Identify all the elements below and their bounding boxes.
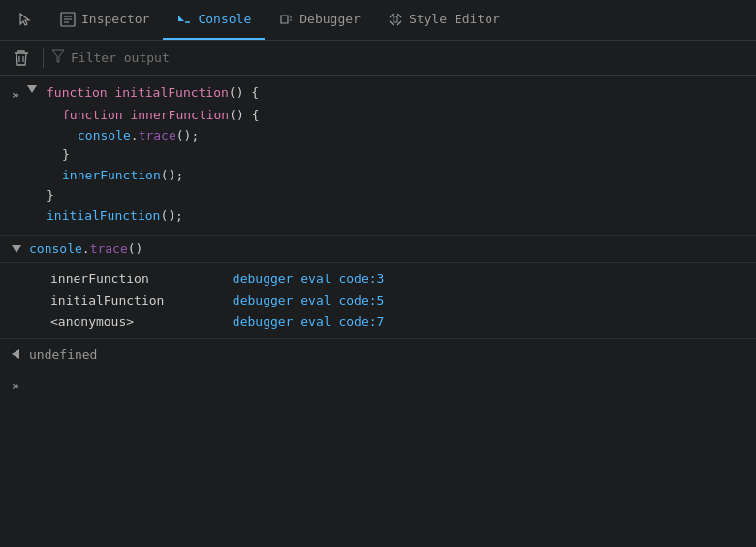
kw-function: function xyxy=(47,85,114,100)
code-line-4: } xyxy=(12,145,744,166)
undefined-text: undefined xyxy=(29,347,97,362)
trace-fn-0: innerFunction xyxy=(50,269,225,290)
trace-row-0: innerFunction debugger eval code:3 xyxy=(50,269,744,290)
code-line-1-content: function initialFunction() { xyxy=(47,83,744,104)
tab-debugger[interactable]: Debugger xyxy=(265,0,374,40)
chevron-down-icon[interactable] xyxy=(27,85,37,93)
trace-code-1: code:5 xyxy=(338,293,384,307)
clear-console-button[interactable] xyxy=(8,45,35,72)
divider xyxy=(43,48,44,68)
svg-marker-1 xyxy=(178,16,184,21)
trace-src-0: debugger xyxy=(233,272,294,286)
trace-row-1: initialFunction debugger eval code:5 xyxy=(50,290,744,311)
filter-icon xyxy=(51,49,65,66)
trace-code-0: code:3 xyxy=(338,272,384,286)
tab-style-editor[interactable]: Style Editor xyxy=(374,0,514,40)
filter-input-wrap xyxy=(51,49,748,66)
double-chevron-icon: » xyxy=(12,85,19,106)
expand-arrow-area[interactable]: » xyxy=(12,83,47,106)
trace-method: trace xyxy=(90,241,128,256)
trace-console-kw: console xyxy=(29,241,82,256)
toolbar: Inspector Console Debugger Style xyxy=(0,0,756,41)
code-line-7: initialFunction(); xyxy=(12,207,744,227)
tab-debugger-label: Debugger xyxy=(299,12,361,26)
trace-fn-1: initialFunction xyxy=(50,290,225,311)
filter-bar xyxy=(0,41,756,76)
fn-initial-name: initialFunction xyxy=(114,85,228,100)
code-line-5: innerFunction(); xyxy=(12,166,744,186)
tab-picker[interactable] xyxy=(4,0,47,40)
trace-row-2: <anonymous> debugger eval code:7 xyxy=(50,311,744,333)
console-input-row: » xyxy=(0,370,756,401)
svg-rect-5 xyxy=(394,16,397,22)
trace-rows: innerFunction debugger eval code:3 initi… xyxy=(0,263,756,339)
picker-icon xyxy=(17,12,33,27)
filter-input[interactable] xyxy=(71,50,748,65)
left-arrow-icon xyxy=(12,349,19,359)
no-arrow-2 xyxy=(43,126,78,128)
console-icon xyxy=(176,12,192,27)
tab-inspector[interactable]: Inspector xyxy=(47,0,163,40)
tab-console[interactable]: Console xyxy=(163,0,265,40)
undefined-line: undefined xyxy=(0,339,756,370)
trace-eval-1: eval xyxy=(300,293,331,307)
trace-eval-0: eval xyxy=(300,272,331,286)
trace-code-2: code:7 xyxy=(338,314,384,329)
svg-marker-8 xyxy=(52,50,64,62)
input-prompt-icon: » xyxy=(12,378,19,393)
code-line-2-content: function innerFunction() { xyxy=(62,106,744,126)
trace-fn-2: <anonymous> xyxy=(50,311,225,333)
tab-style-editor-label: Style Editor xyxy=(409,12,500,26)
code-line-6: } xyxy=(12,186,744,207)
trace-src-1: debugger xyxy=(233,293,294,307)
code-line-1: » function initialFunction() { xyxy=(12,83,744,106)
no-arrow xyxy=(27,106,62,108)
code-line-2: function innerFunction() { xyxy=(12,106,744,126)
style-editor-icon xyxy=(388,12,403,27)
tab-console-label: Console xyxy=(198,12,251,26)
code-line-3-content: console.trace(); xyxy=(78,126,744,146)
code-block: » function initialFunction() { function … xyxy=(0,76,756,236)
inspector-icon xyxy=(60,12,76,27)
trace-chevron-down-icon[interactable] xyxy=(12,241,21,256)
tab-inspector-label: Inspector xyxy=(81,12,149,26)
debugger-icon xyxy=(278,12,294,27)
console-output: » function initialFunction() { function … xyxy=(0,76,756,547)
trace-src-2: debugger xyxy=(233,314,294,329)
code-line-3: console.trace(); xyxy=(12,126,744,146)
trace-header: console.trace() xyxy=(0,236,756,263)
trace-eval-2: eval xyxy=(300,314,331,329)
